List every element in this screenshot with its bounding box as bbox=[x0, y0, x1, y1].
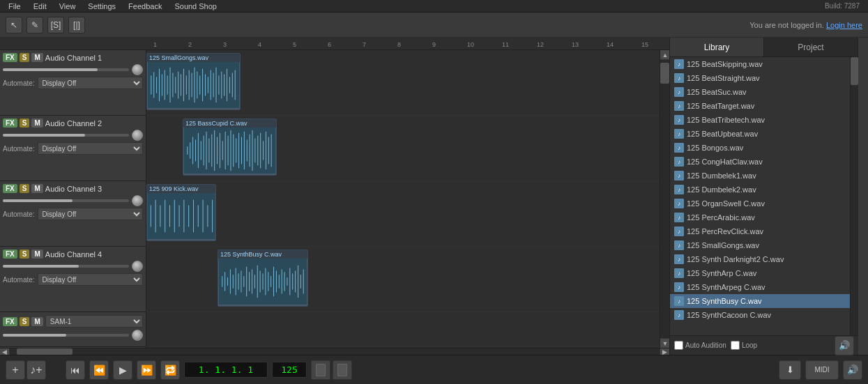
play-button[interactable]: ▶ bbox=[113, 360, 132, 380]
library-item-label-10: 125 OrganSwell C.wav bbox=[687, 199, 765, 208]
library-item-8[interactable]: ♪ 125 Dumbelek1.wav bbox=[670, 169, 850, 183]
bracket-left-tool[interactable]: [S] bbox=[47, 17, 64, 33]
rewind-to-start-button[interactable]: ⏮ bbox=[66, 360, 85, 380]
mute-button-2[interactable]: M bbox=[31, 118, 43, 128]
menu-feedback[interactable]: Feedback bbox=[123, 0, 167, 13]
sam-select[interactable]: SAM-1 bbox=[45, 315, 143, 328]
add-audio-button[interactable]: ♪+ bbox=[26, 360, 46, 380]
library-item-3[interactable]: ♪ 125 BeatTarget.wav bbox=[670, 99, 850, 113]
right-panel: Library Project ♪ 125 BeatSkipping.wav ♪… bbox=[669, 38, 858, 355]
loop-button[interactable]: 🔁 bbox=[160, 360, 180, 380]
library-item-1[interactable]: ♪ 125 BeatStraight.wav bbox=[670, 71, 850, 85]
scroll-left-btn[interactable]: ◀ bbox=[0, 348, 10, 355]
solo-button-3[interactable]: S bbox=[20, 184, 30, 193]
scroll-thumb[interactable] bbox=[660, 63, 669, 84]
library-item-label-9: 125 Dumbelek2.wav bbox=[687, 185, 756, 194]
clip-title-1: 125 SmallGongs.wav bbox=[147, 54, 240, 62]
menu-soundshop[interactable]: Sound Shop bbox=[169, 0, 222, 13]
library-item-16[interactable]: ♪ 125 SynthArpeg C.wav bbox=[670, 280, 850, 294]
scroll-down-btn[interactable]: ▼ bbox=[660, 338, 669, 348]
track-row-3: 125 909 Kick.wav bbox=[146, 181, 660, 247]
vertical-scrollbar[interactable]: ▲ ▼ bbox=[660, 50, 669, 348]
rewind-button[interactable]: ⏪ bbox=[89, 360, 109, 380]
volume-slider-1[interactable] bbox=[3, 68, 129, 71]
audio-file-icon-5: ♪ bbox=[674, 129, 684, 139]
volume-slider-sam[interactable] bbox=[3, 334, 129, 337]
mute-button-1[interactable]: M bbox=[31, 53, 43, 62]
waveform-area: 125 SmallGongs.wav bbox=[146, 50, 660, 348]
library-item-0[interactable]: ♪ 125 BeatSkipping.wav bbox=[670, 57, 850, 71]
auto-audition-checkbox[interactable] bbox=[674, 341, 683, 350]
volume-knob-3[interactable] bbox=[132, 195, 143, 206]
fx-button-2[interactable]: FX bbox=[3, 118, 17, 128]
library-item-18[interactable]: ♪ 125 SynthCacoon C.wav bbox=[670, 308, 850, 322]
volume-knob-sam[interactable] bbox=[132, 330, 143, 341]
pencil-tool[interactable]: ✎ bbox=[26, 17, 43, 33]
automate-select-4[interactable]: Display Off bbox=[38, 273, 143, 286]
menu-file[interactable]: File bbox=[3, 0, 26, 13]
solo-button-2[interactable]: S bbox=[20, 118, 30, 128]
ruler-mark-3: 3 bbox=[223, 41, 227, 48]
library-item-14[interactable]: ♪ 125 Synth Darknight2 C.wav bbox=[670, 252, 850, 266]
library-item-9[interactable]: ♪ 125 Dumbelek2.wav bbox=[670, 183, 850, 197]
midi-button[interactable]: MIDI bbox=[805, 360, 839, 380]
mute-button-4[interactable]: M bbox=[31, 249, 43, 259]
volume-knob-2[interactable] bbox=[132, 130, 143, 141]
solo-button-4[interactable]: S bbox=[20, 249, 30, 259]
h-scroll-thumb[interactable] bbox=[17, 348, 73, 355]
loop-checkbox[interactable] bbox=[731, 341, 740, 350]
add-track-button[interactable]: + bbox=[6, 360, 25, 380]
volume-slider-2[interactable] bbox=[3, 134, 129, 137]
library-item-5[interactable]: ♪ 125 BeatUpbeat.wav bbox=[670, 127, 850, 141]
library-item-4[interactable]: ♪ 125 BeatTribetech.wav bbox=[670, 113, 850, 127]
solo-button-sam[interactable]: S bbox=[20, 317, 30, 326]
solo-button-1[interactable]: S bbox=[20, 53, 30, 62]
clip-smallgongs[interactable]: 125 SmallGongs.wav bbox=[146, 53, 241, 110]
automate-select-1[interactable]: Display Off bbox=[38, 77, 143, 89]
library-item-13[interactable]: ♪ 125 SmallGongs.wav bbox=[670, 238, 850, 252]
tab-project[interactable]: Project bbox=[764, 38, 858, 56]
library-item-2[interactable]: ♪ 125 BeatSuc.wav bbox=[670, 85, 850, 99]
volume-knob-1[interactable] bbox=[132, 64, 143, 75]
right-panel-scrollbar[interactable] bbox=[850, 57, 858, 335]
library-item-15[interactable]: ♪ 125 SynthArp C.wav bbox=[670, 266, 850, 280]
login-link[interactable]: Login here bbox=[826, 21, 862, 29]
menu-edit[interactable]: Edit bbox=[28, 0, 52, 13]
mute-button-3[interactable]: M bbox=[31, 184, 43, 193]
fx-button-3[interactable]: FX bbox=[3, 184, 17, 193]
fast-forward-button[interactable]: ⏩ bbox=[137, 360, 156, 380]
fx-button-sam[interactable]: FX bbox=[3, 317, 17, 326]
fx-button-1[interactable]: FX bbox=[3, 53, 17, 62]
library-item-7[interactable]: ♪ 125 CongHatClav.wav bbox=[670, 155, 850, 169]
volume-slider-4[interactable] bbox=[3, 265, 129, 268]
mute-button-sam[interactable]: M bbox=[31, 317, 43, 326]
ruler-mark-11: 11 bbox=[502, 41, 509, 48]
scroll-up-btn[interactable]: ▲ bbox=[660, 50, 669, 60]
library-item-17[interactable]: ♪ 125 SynthBusy C.wav bbox=[670, 294, 850, 308]
library-item-10[interactable]: ♪ 125 OrganSwell C.wav bbox=[670, 197, 850, 210]
volume-knob-4[interactable] bbox=[132, 261, 143, 272]
clip-basscupid[interactable]: 125 BassCupid C.wav bbox=[183, 118, 277, 176]
library-item-6[interactable]: ♪ 125 Bongos.wav bbox=[670, 141, 850, 155]
audio-file-icon-6: ♪ bbox=[674, 143, 684, 153]
tab-library[interactable]: Library bbox=[670, 38, 764, 56]
menu-view[interactable]: View bbox=[54, 0, 82, 13]
library-item-11[interactable]: ♪ 125 PercArabic.wav bbox=[670, 210, 850, 224]
clip-synthbusy[interactable]: 125 SynthBusy C.wav bbox=[218, 249, 308, 307]
download-button[interactable]: ⬇ bbox=[779, 360, 801, 380]
volume-slider-3[interactable] bbox=[3, 199, 129, 202]
clip-909kick[interactable]: 125 909 Kick.wav bbox=[146, 184, 216, 241]
library-item-12[interactable]: ♪ 125 PercRevClick.wav bbox=[670, 224, 850, 238]
audio-file-icon-8: ♪ bbox=[674, 171, 684, 181]
automate-select-3[interactable]: Display Off bbox=[38, 208, 143, 220]
right-panel-scroll-thumb[interactable] bbox=[851, 57, 858, 85]
menu-settings[interactable]: Settings bbox=[82, 0, 121, 13]
fx-button-4[interactable]: FX bbox=[3, 249, 17, 259]
speaker-button[interactable]: 🔊 bbox=[835, 336, 854, 355]
horizontal-scrollbar[interactable]: ◀ ▶ bbox=[0, 348, 669, 355]
automate-select-2[interactable]: Display Off bbox=[38, 142, 143, 155]
bracket-right-tool[interactable]: [|] bbox=[68, 17, 85, 33]
scroll-right-btn[interactable]: ▶ bbox=[660, 348, 669, 355]
transport-speaker-button[interactable]: 🔊 bbox=[843, 360, 862, 380]
cursor-tool[interactable]: ↖ bbox=[6, 17, 22, 33]
